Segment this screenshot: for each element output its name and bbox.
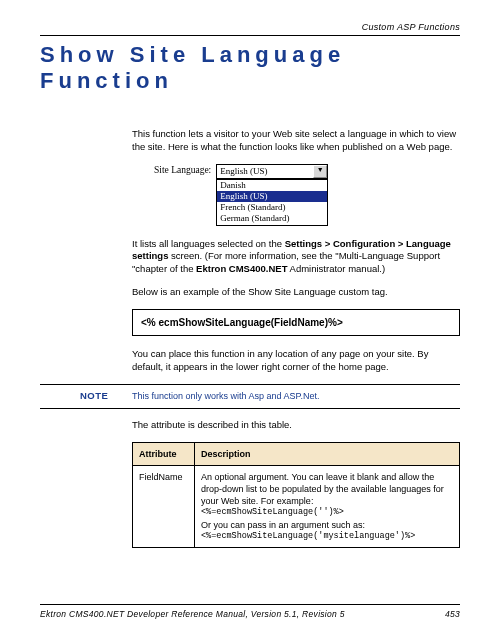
dropdown-label: Site Language: [154,164,211,177]
page-footer: Ektron CMS400.NET Developer Reference Ma… [40,604,460,619]
table-intro: The attribute is described in this table… [132,419,460,432]
page-number: 453 [445,609,460,619]
code-example-box: <% ecmShowSiteLanguage(FieldName)%> [132,309,460,337]
footer-doc-title: Ektron CMS400.NET Developer Reference Ma… [40,609,345,619]
col-header-attribute: Attribute [133,442,195,465]
language-dropdown-demo: Site Language: English (US) ▼ Danish Eng… [154,164,460,226]
dropdown-item[interactable]: English (US) [217,191,327,202]
table-row: FieldName An optional argument. You can … [133,465,460,548]
header-section: Custom ASP Functions [40,22,460,36]
settings-paragraph: It lists all languages selected on the S… [132,238,460,276]
intro-paragraph: This function lets a visitor to your Web… [132,128,460,154]
code-sample: <%=ecmShowSiteLanguage('')%> [201,507,453,518]
page-title: Show Site Language Function [40,42,460,94]
chevron-down-icon[interactable]: ▼ [313,165,327,178]
dropdown-item[interactable]: Danish [217,180,327,191]
note-text: This function only works with Asp and AS… [132,391,319,401]
text-fragment: It lists all languages selected on the [132,238,285,249]
note-label: NOTE [80,390,108,403]
placement-paragraph: You can place this function in any locat… [132,348,460,374]
col-header-description: Description [195,442,460,465]
attr-name-cell: FieldName [133,465,195,548]
product-name: Ektron CMS400.NET [196,263,287,274]
dropdown-selected-text: English (US) [220,165,267,177]
desc-text: An optional argument. You can leave it b… [201,471,453,507]
text-fragment: Administrator manual.) [287,263,385,274]
example-intro: Below is an example of the Show Site Lan… [132,286,460,299]
body-column: This function lets a visitor to your Web… [132,128,460,548]
note-block: NOTE This function only works with Asp a… [40,384,460,409]
attribute-table: Attribute Description FieldName An optio… [132,442,460,549]
attr-desc-cell: An optional argument. You can leave it b… [195,465,460,548]
dropdown-item[interactable]: German (Standard) [217,213,327,224]
code-sample: <%=ecmShowSiteLanguage('mysitelanguage')… [201,531,453,542]
dropdown-item[interactable]: French (Standard) [217,202,327,213]
dropdown-selected[interactable]: English (US) ▼ [216,164,328,179]
table-header-row: Attribute Description [133,442,460,465]
dropdown-list: Danish English (US) French (Standard) Ge… [216,179,328,226]
desc-text: Or you can pass in an argument such as: [201,519,453,531]
